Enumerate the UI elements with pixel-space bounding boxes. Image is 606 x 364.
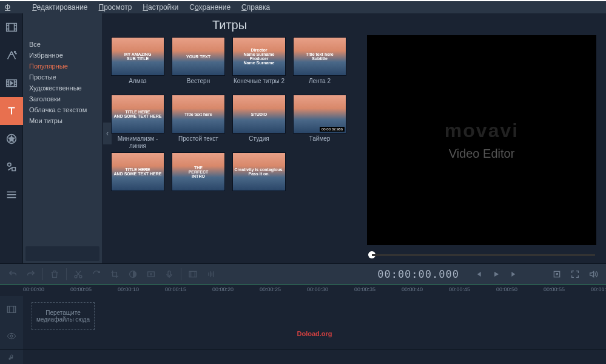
tool-filters[interactable] <box>0 41 23 69</box>
category-item[interactable]: Популярные <box>23 61 102 72</box>
title-preset[interactable]: TITLE HEREAND SOME TEXT HERE <box>110 152 165 207</box>
title-preset[interactable]: Title text hereSubtitleЛента 2 <box>292 37 347 92</box>
crop-button[interactable] <box>106 266 123 282</box>
ruler-tick: 00:00:15 <box>165 286 186 292</box>
tool-more[interactable] <box>0 181 23 209</box>
category-item[interactable]: Художественные <box>23 83 102 93</box>
undo-button[interactable] <box>4 266 21 282</box>
preset-thumb: Title text hereSubtitle <box>293 37 346 76</box>
title-preset[interactable]: Title text hereПростой текст <box>171 95 226 150</box>
tool-transitions[interactable] <box>0 69 23 97</box>
svg-rect-11 <box>148 272 155 277</box>
menu-settings[interactable]: Настройки <box>143 3 178 12</box>
audio-track-icon[interactable] <box>0 350 23 364</box>
tool-titles[interactable] <box>0 97 23 125</box>
title-preset[interactable]: MY AMAZINGSUB TITLEАлмаз <box>110 37 165 92</box>
menu-view[interactable]: Просмотр <box>99 3 132 12</box>
ruler-tick: 00:00:35 <box>354 286 375 292</box>
category-item[interactable]: Все <box>23 39 102 50</box>
svg-rect-16 <box>7 306 16 313</box>
category-item[interactable]: Облачка с текстом <box>23 104 102 115</box>
preset-thumb: STUDIO <box>232 95 286 133</box>
ruler-tick: 00:00:00 <box>23 286 44 292</box>
title-preset[interactable]: DirectorName SurnameProducerName Surname… <box>232 37 286 92</box>
title-preset[interactable]: TITLE HEREAND SOME TEXT HEREМинимализм -… <box>110 95 165 150</box>
category-item[interactable]: Простые <box>23 72 102 83</box>
watermark-text: Doload.org <box>297 330 332 337</box>
title-preset[interactable]: YOUR TEXTВестерн <box>171 37 226 92</box>
timeline: Перетащите медиафайлы сюда Doload.org <box>0 296 606 349</box>
play-button[interactable] <box>488 266 505 282</box>
gallery-prev[interactable]: ‹ <box>103 123 112 144</box>
cut-button[interactable] <box>70 266 87 282</box>
brand-subtitle: Video Editor <box>449 147 515 161</box>
svg-rect-14 <box>189 271 197 277</box>
tool-callouts[interactable] <box>0 153 23 181</box>
category-item[interactable]: Мои титры <box>23 115 102 126</box>
ruler-tick: 00:00:05 <box>70 286 92 292</box>
svg-point-5 <box>8 163 11 167</box>
ruler-tick: 00:00:10 <box>118 286 139 292</box>
preview-video[interactable]: movavi Video Editor <box>367 35 596 245</box>
title-preset[interactable]: THEPERFECTINTRO <box>171 152 226 207</box>
ruler-tick: 00:01:00 <box>591 286 606 292</box>
svg-point-17 <box>10 335 13 337</box>
preset-label: Таймер <box>309 135 331 150</box>
tool-media[interactable] <box>0 13 23 41</box>
search-box[interactable]: × <box>25 246 99 261</box>
audio-tools-button[interactable] <box>203 266 220 282</box>
volume-button[interactable] <box>585 266 602 282</box>
fullscreen-button[interactable] <box>567 266 584 282</box>
tool-stickers[interactable] <box>0 125 23 153</box>
edit-toolbar: 00:00:00.000 <box>0 263 606 284</box>
category-item[interactable]: Заголовки <box>23 93 102 104</box>
svg-rect-6 <box>12 167 15 171</box>
preview-panel: movavi Video Editor <box>357 13 606 263</box>
prev-frame-button[interactable] <box>470 266 486 282</box>
menu-file[interactable]: Ф <box>5 3 21 12</box>
ruler-tick: 00:00:40 <box>402 286 423 292</box>
svg-point-1 <box>15 52 16 53</box>
ruler-tick: 00:00:30 <box>307 286 328 292</box>
timecode-display: 00:00:00.000 <box>377 268 459 280</box>
ruler-tick: 00:00:20 <box>212 286 234 292</box>
preset-thumb: Title text here <box>172 95 225 133</box>
color-button[interactable] <box>124 266 141 282</box>
timeline-ruler[interactable]: 00:00:0000:00:0500:00:1000:00:1500:00:20… <box>0 284 606 296</box>
preset-label: Лента 2 <box>309 78 331 92</box>
clip-tools-button[interactable] <box>184 266 201 282</box>
menu-help[interactable]: Справка <box>241 3 270 12</box>
rotate-button[interactable] <box>88 266 105 282</box>
preview-seekbar[interactable] <box>361 250 602 260</box>
svg-rect-13 <box>168 271 170 275</box>
preset-thumb: 00:00:02:986 <box>293 95 346 133</box>
redo-button[interactable] <box>22 266 39 282</box>
title-preset[interactable]: Creativity is contagious.Pass it on. <box>232 152 286 207</box>
menu-save[interactable]: Сохранение <box>189 3 231 12</box>
category-panel: ВсеИзбранноеПопулярныеПростыеХудожествен… <box>23 13 102 263</box>
preset-thumb: TITLE HEREAND SOME TEXT HERE <box>111 152 164 191</box>
title-preset[interactable]: 00:00:02:986Таймер <box>292 95 347 150</box>
preset-thumb: DirectorName SurnameProducerName Surname <box>232 37 286 76</box>
delete-button[interactable] <box>46 266 63 282</box>
menu-edit[interactable]: Редактирование <box>32 3 87 12</box>
track-visibility-icon[interactable] <box>0 323 23 349</box>
ruler-tick: 00:00:55 <box>544 286 565 292</box>
ruler-tick: 00:00:50 <box>496 286 517 292</box>
video-track-icon[interactable] <box>0 296 23 323</box>
preset-label: Алмаз <box>129 78 146 92</box>
svg-rect-0 <box>7 24 17 32</box>
category-item[interactable]: Избранное <box>23 50 102 61</box>
preset-thumb: MY AMAZINGSUB TITLE <box>111 37 164 76</box>
detach-button[interactable] <box>548 266 565 282</box>
category-list: ВсеИзбранноеПопулярныеПростыеХудожествен… <box>23 36 102 244</box>
dropzone[interactable]: Перетащите медиафайлы сюда <box>32 302 95 330</box>
preset-thumb: THEPERFECTINTRO <box>172 152 225 191</box>
record-button[interactable] <box>161 266 178 282</box>
search-input[interactable] <box>29 250 113 257</box>
title-preset[interactable]: STUDIOСтудия <box>232 95 286 150</box>
clip-props-button[interactable] <box>143 266 160 282</box>
preset-label: Минимализм - линия <box>110 135 165 150</box>
next-frame-button[interactable] <box>506 266 523 282</box>
timeline-body[interactable]: Перетащите медиафайлы сюда Doload.org <box>23 296 606 349</box>
